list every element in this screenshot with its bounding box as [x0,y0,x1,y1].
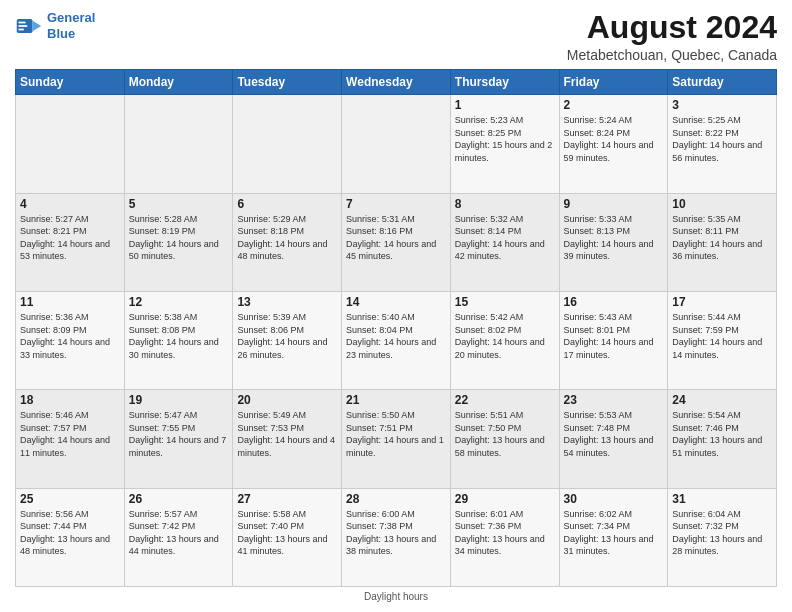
day-number: 31 [672,492,772,506]
calendar-cell: 2Sunrise: 5:24 AM Sunset: 8:24 PM Daylig… [559,95,668,193]
day-info: Sunrise: 5:44 AM Sunset: 7:59 PM Dayligh… [672,311,772,361]
day-info: Sunrise: 5:24 AM Sunset: 8:24 PM Dayligh… [564,114,664,164]
calendar-day-header: Thursday [450,70,559,95]
calendar-day-header: Tuesday [233,70,342,95]
header: General Blue August 2024 Metabetchouan, … [15,10,777,63]
day-info: Sunrise: 5:57 AM Sunset: 7:42 PM Dayligh… [129,508,229,558]
calendar-week-row: 4Sunrise: 5:27 AM Sunset: 8:21 PM Daylig… [16,193,777,291]
calendar-cell: 31Sunrise: 6:04 AM Sunset: 7:32 PM Dayli… [668,488,777,586]
calendar-week-row: 18Sunrise: 5:46 AM Sunset: 7:57 PM Dayli… [16,390,777,488]
calendar-cell: 27Sunrise: 5:58 AM Sunset: 7:40 PM Dayli… [233,488,342,586]
day-info: Sunrise: 5:56 AM Sunset: 7:44 PM Dayligh… [20,508,120,558]
svg-rect-4 [19,28,24,30]
day-info: Sunrise: 6:02 AM Sunset: 7:34 PM Dayligh… [564,508,664,558]
day-info: Sunrise: 5:51 AM Sunset: 7:50 PM Dayligh… [455,409,555,459]
calendar: SundayMondayTuesdayWednesdayThursdayFrid… [15,69,777,587]
svg-rect-2 [19,21,26,23]
page: General Blue August 2024 Metabetchouan, … [0,0,792,612]
logo-icon [15,12,43,40]
day-info: Sunrise: 5:49 AM Sunset: 7:53 PM Dayligh… [237,409,337,459]
day-number: 14 [346,295,446,309]
calendar-cell [233,95,342,193]
day-number: 11 [20,295,120,309]
calendar-week-row: 1Sunrise: 5:23 AM Sunset: 8:25 PM Daylig… [16,95,777,193]
calendar-cell: 28Sunrise: 6:00 AM Sunset: 7:38 PM Dayli… [342,488,451,586]
calendar-cell: 15Sunrise: 5:42 AM Sunset: 8:02 PM Dayli… [450,291,559,389]
day-info: Sunrise: 6:01 AM Sunset: 7:36 PM Dayligh… [455,508,555,558]
calendar-cell: 30Sunrise: 6:02 AM Sunset: 7:34 PM Dayli… [559,488,668,586]
calendar-week-row: 25Sunrise: 5:56 AM Sunset: 7:44 PM Dayli… [16,488,777,586]
day-number: 9 [564,197,664,211]
calendar-cell: 1Sunrise: 5:23 AM Sunset: 8:25 PM Daylig… [450,95,559,193]
calendar-day-header: Saturday [668,70,777,95]
calendar-cell: 22Sunrise: 5:51 AM Sunset: 7:50 PM Dayli… [450,390,559,488]
day-info: Sunrise: 5:33 AM Sunset: 8:13 PM Dayligh… [564,213,664,263]
svg-rect-3 [19,25,28,27]
day-number: 19 [129,393,229,407]
day-number: 21 [346,393,446,407]
calendar-day-header: Friday [559,70,668,95]
footer-note: Daylight hours [15,591,777,602]
day-info: Sunrise: 5:54 AM Sunset: 7:46 PM Dayligh… [672,409,772,459]
day-info: Sunrise: 5:27 AM Sunset: 8:21 PM Dayligh… [20,213,120,263]
calendar-cell: 10Sunrise: 5:35 AM Sunset: 8:11 PM Dayli… [668,193,777,291]
calendar-header-row: SundayMondayTuesdayWednesdayThursdayFrid… [16,70,777,95]
day-info: Sunrise: 5:46 AM Sunset: 7:57 PM Dayligh… [20,409,120,459]
calendar-cell: 20Sunrise: 5:49 AM Sunset: 7:53 PM Dayli… [233,390,342,488]
day-info: Sunrise: 5:23 AM Sunset: 8:25 PM Dayligh… [455,114,555,164]
day-info: Sunrise: 5:53 AM Sunset: 7:48 PM Dayligh… [564,409,664,459]
day-number: 24 [672,393,772,407]
day-number: 1 [455,98,555,112]
svg-marker-1 [33,20,42,31]
day-number: 13 [237,295,337,309]
calendar-cell: 23Sunrise: 5:53 AM Sunset: 7:48 PM Dayli… [559,390,668,488]
calendar-cell: 6Sunrise: 5:29 AM Sunset: 8:18 PM Daylig… [233,193,342,291]
day-info: Sunrise: 5:32 AM Sunset: 8:14 PM Dayligh… [455,213,555,263]
day-info: Sunrise: 6:00 AM Sunset: 7:38 PM Dayligh… [346,508,446,558]
day-number: 8 [455,197,555,211]
calendar-cell: 9Sunrise: 5:33 AM Sunset: 8:13 PM Daylig… [559,193,668,291]
day-info: Sunrise: 5:38 AM Sunset: 8:08 PM Dayligh… [129,311,229,361]
day-number: 7 [346,197,446,211]
day-number: 27 [237,492,337,506]
logo: General Blue [15,10,95,41]
calendar-cell: 25Sunrise: 5:56 AM Sunset: 7:44 PM Dayli… [16,488,125,586]
day-info: Sunrise: 5:47 AM Sunset: 7:55 PM Dayligh… [129,409,229,459]
calendar-cell: 11Sunrise: 5:36 AM Sunset: 8:09 PM Dayli… [16,291,125,389]
day-number: 12 [129,295,229,309]
day-info: Sunrise: 5:58 AM Sunset: 7:40 PM Dayligh… [237,508,337,558]
calendar-day-header: Sunday [16,70,125,95]
logo-line2: Blue [47,26,75,41]
day-info: Sunrise: 6:04 AM Sunset: 7:32 PM Dayligh… [672,508,772,558]
day-info: Sunrise: 5:43 AM Sunset: 8:01 PM Dayligh… [564,311,664,361]
day-info: Sunrise: 5:29 AM Sunset: 8:18 PM Dayligh… [237,213,337,263]
day-number: 17 [672,295,772,309]
day-number: 20 [237,393,337,407]
calendar-cell: 16Sunrise: 5:43 AM Sunset: 8:01 PM Dayli… [559,291,668,389]
calendar-cell: 29Sunrise: 6:01 AM Sunset: 7:36 PM Dayli… [450,488,559,586]
calendar-day-header: Monday [124,70,233,95]
day-info: Sunrise: 5:50 AM Sunset: 7:51 PM Dayligh… [346,409,446,459]
day-info: Sunrise: 5:39 AM Sunset: 8:06 PM Dayligh… [237,311,337,361]
day-number: 28 [346,492,446,506]
calendar-cell: 3Sunrise: 5:25 AM Sunset: 8:22 PM Daylig… [668,95,777,193]
day-number: 29 [455,492,555,506]
day-number: 6 [237,197,337,211]
calendar-cell: 8Sunrise: 5:32 AM Sunset: 8:14 PM Daylig… [450,193,559,291]
calendar-cell [342,95,451,193]
calendar-cell [124,95,233,193]
day-info: Sunrise: 5:36 AM Sunset: 8:09 PM Dayligh… [20,311,120,361]
day-number: 25 [20,492,120,506]
logo-line1: General [47,10,95,25]
logo-text: General Blue [47,10,95,41]
day-info: Sunrise: 5:25 AM Sunset: 8:22 PM Dayligh… [672,114,772,164]
day-number: 2 [564,98,664,112]
main-title: August 2024 [567,10,777,45]
day-info: Sunrise: 5:28 AM Sunset: 8:19 PM Dayligh… [129,213,229,263]
subtitle: Metabetchouan, Quebec, Canada [567,47,777,63]
calendar-cell: 17Sunrise: 5:44 AM Sunset: 7:59 PM Dayli… [668,291,777,389]
calendar-cell: 14Sunrise: 5:40 AM Sunset: 8:04 PM Dayli… [342,291,451,389]
calendar-cell: 19Sunrise: 5:47 AM Sunset: 7:55 PM Dayli… [124,390,233,488]
calendar-cell: 5Sunrise: 5:28 AM Sunset: 8:19 PM Daylig… [124,193,233,291]
day-number: 23 [564,393,664,407]
